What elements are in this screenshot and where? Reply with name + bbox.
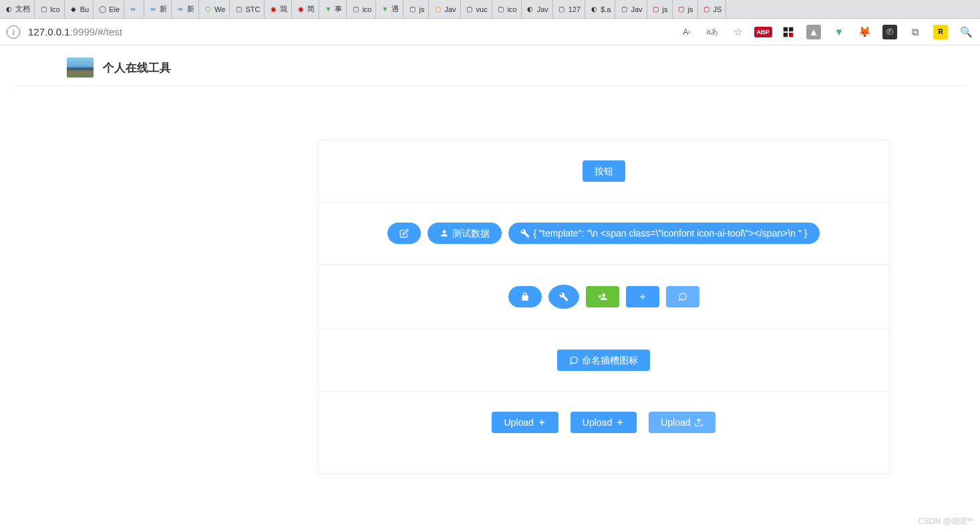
section-upload-buttons: Upload Upload Upload — [319, 392, 889, 473]
browser-tab[interactable]: ◉简 — [292, 0, 319, 18]
named-slot-button[interactable]: 命名插槽图标 — [557, 350, 650, 371]
chat-icon — [569, 356, 579, 365]
plus-icon — [537, 418, 546, 427]
extension-icon[interactable] — [781, 25, 796, 39]
page-body: 个人在线工具 按钮 测试数据 — [0, 45, 980, 530]
browser-tab[interactable]: ▢Jav — [429, 0, 460, 18]
basic-button[interactable]: 按钮 — [583, 160, 625, 182]
browser-tab[interactable]: ▢js — [673, 0, 698, 18]
lock-icon — [520, 292, 530, 301]
section-named-slot: 命名插槽图标 — [319, 329, 889, 392]
lock-button[interactable] — [508, 286, 542, 307]
user-add-button[interactable] — [586, 286, 619, 307]
browser-tab[interactable]: ▼事 — [319, 0, 347, 18]
browser-tab[interactable]: ▢127 — [553, 0, 585, 18]
browser-tab[interactable]: ▢js — [403, 0, 429, 18]
plus-icon — [638, 292, 647, 301]
extension-icon[interactable]: 🔍 — [959, 25, 973, 39]
browser-tab[interactable]: ◐$.a — [585, 0, 615, 18]
site-logo — [67, 57, 94, 78]
page-title: 个人在线工具 — [103, 60, 171, 76]
browser-tabs: ◐文档 ▢Ico ◆Bu ◯Ele ∞ ∞新 ∞新 ⬡We ▢STC ◉我 ◉简… — [0, 0, 980, 19]
template-button[interactable]: { "template": "\n <span class=\"iconfont… — [508, 223, 819, 244]
collections-icon[interactable]: ⧉ — [908, 25, 923, 39]
browser-tab[interactable]: ▢JS — [698, 0, 727, 18]
browser-tab[interactable]: ∞新 — [144, 0, 172, 18]
browser-tab[interactable]: ◉我 — [265, 0, 292, 18]
browser-tab[interactable]: ▢js — [647, 0, 673, 18]
browser-tab[interactable]: ▢Jav — [615, 0, 647, 18]
browser-tab[interactable]: ∞ — [124, 0, 144, 18]
section-round-buttons: 测试数据 { "template": "\n <span class=\"ico… — [319, 203, 889, 265]
browser-tab[interactable]: ▢ico — [347, 0, 376, 18]
edit-icon — [399, 229, 409, 238]
content-card: 按钮 测试数据 { "template": "\n <span class=\"… — [318, 140, 890, 474]
browser-tab[interactable]: ▢ico — [492, 0, 522, 18]
extension-icon[interactable]: ▲ — [806, 25, 821, 39]
extension-icon[interactable]: R — [933, 25, 948, 39]
user-add-icon — [598, 292, 607, 301]
browser-tab[interactable]: ◐文档 — [0, 0, 35, 18]
vue-devtools-icon[interactable]: ▼ — [832, 25, 846, 39]
svg-rect-0 — [784, 27, 788, 31]
section-icon-buttons — [319, 265, 889, 329]
chat-icon — [678, 292, 687, 301]
plus-icon — [615, 418, 625, 427]
chat-button[interactable] — [666, 286, 699, 307]
tools-button[interactable] — [548, 285, 579, 309]
browser-tab[interactable]: ◯Ele — [94, 0, 124, 18]
extension-icon[interactable]: 🦊 — [857, 25, 872, 39]
svg-rect-2 — [784, 32, 788, 36]
upload-button-2[interactable]: Upload — [570, 412, 637, 433]
section-basic-button: 按钮 — [319, 140, 889, 203]
read-aloud-icon[interactable]: A› — [679, 25, 694, 39]
translate-icon[interactable]: aあ — [705, 25, 719, 39]
browser-tab[interactable]: ▢vuc — [461, 0, 492, 18]
url-display[interactable]: 127.0.0.1:9999/#/test — [28, 26, 679, 37]
tools-icon — [520, 229, 530, 238]
browser-tab[interactable]: ∞新 — [172, 0, 199, 18]
plus-button[interactable] — [626, 286, 659, 307]
test-data-button[interactable]: 测试数据 — [428, 223, 502, 244]
extension-icon[interactable]: Ⓕ — [882, 25, 897, 39]
browser-tab[interactable]: ▼遇 — [376, 0, 403, 18]
page-header: 个人在线工具 — [13, 52, 967, 86]
svg-rect-3 — [789, 32, 793, 36]
favorites-icon[interactable]: ☆ — [730, 25, 745, 39]
site-info-icon[interactable]: i — [7, 25, 20, 39]
address-bar: i 127.0.0.1:9999/#/test A› aあ ☆ ABP ▲ ▼ … — [0, 19, 980, 45]
upload-icon — [694, 418, 703, 427]
upload-button-1[interactable]: Upload — [492, 412, 558, 433]
toolbar-icons: A› aあ ☆ ABP ▲ ▼ 🦊 Ⓕ ⧉ R 🔍 — [679, 25, 973, 39]
upload-button-3[interactable]: Upload — [649, 412, 715, 433]
abp-extension-icon[interactable]: ABP — [756, 25, 770, 39]
browser-tab[interactable]: ▢STC — [230, 0, 265, 18]
browser-tab[interactable]: ◆Bu — [65, 0, 94, 18]
browser-tab[interactable]: ◐Jav — [522, 0, 553, 18]
watermark: CSDN @嗯嗯** — [918, 516, 973, 527]
edit-button[interactable] — [387, 223, 421, 244]
browser-tab[interactable]: ⬡We — [199, 0, 230, 18]
tools-icon — [559, 292, 568, 301]
svg-rect-1 — [789, 27, 793, 31]
browser-tab[interactable]: ▢Ico — [35, 0, 65, 18]
user-icon — [440, 229, 449, 238]
